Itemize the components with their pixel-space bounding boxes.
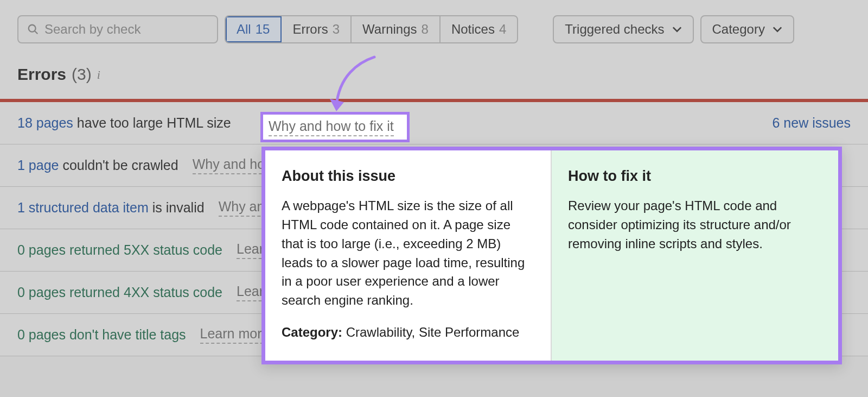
popover-fix-body: Review your page's HTML code and conside… bbox=[568, 197, 822, 253]
issue-text: is invalid bbox=[149, 200, 205, 215]
tab-notices-count: 4 bbox=[499, 22, 506, 37]
popover-category-label: Category: bbox=[282, 325, 342, 339]
issue-link[interactable]: 0 pages don't have title tags bbox=[17, 327, 186, 342]
issue-title[interactable]: 1 page couldn't be crawled bbox=[17, 157, 178, 173]
section-heading: Errors (3) i bbox=[17, 65, 851, 84]
filter-tab-group: All 15 Errors 3 Warnings 8 Notices 4 bbox=[225, 15, 518, 43]
tab-warnings-count: 8 bbox=[422, 22, 429, 37]
issue-title[interactable]: 0 pages don't have title tags bbox=[17, 327, 186, 343]
tab-errors[interactable]: Errors 3 bbox=[282, 16, 352, 42]
svg-marker-2 bbox=[330, 99, 344, 111]
search-placeholder: Search by check bbox=[44, 22, 141, 37]
tab-notices-label: Notices bbox=[451, 22, 495, 37]
popover-about-body: A webpage's HTML size is the size of all… bbox=[282, 197, 534, 310]
tab-all[interactable]: All 15 bbox=[226, 16, 282, 42]
issue-title[interactable]: 1 structured data item is invalid bbox=[17, 200, 205, 216]
popover-about-title: About this issue bbox=[282, 166, 534, 187]
issue-title[interactable]: 18 pages have too large HTML size bbox=[17, 115, 231, 131]
issue-link[interactable]: 1 structured data item bbox=[17, 200, 149, 215]
svg-line-1 bbox=[35, 31, 37, 34]
tab-notices[interactable]: Notices 4 bbox=[441, 16, 517, 42]
tab-all-label: All bbox=[237, 22, 251, 37]
triggered-checks-dropdown[interactable]: Triggered checks bbox=[553, 15, 693, 43]
issue-link[interactable]: 0 pages returned 5XX status code bbox=[17, 242, 222, 257]
popover-category: Category: Crawlability, Site Performance bbox=[282, 323, 534, 342]
issue-title[interactable]: 0 pages returned 4XX status code bbox=[17, 285, 222, 300]
tab-warnings[interactable]: Warnings 8 bbox=[352, 16, 441, 42]
category-dropdown[interactable]: Category bbox=[700, 15, 794, 43]
chevron-down-icon bbox=[773, 26, 782, 33]
search-input[interactable]: Search by check bbox=[17, 15, 218, 43]
issue-link[interactable]: 0 pages returned 4XX status code bbox=[17, 285, 222, 300]
triggered-checks-label: Triggered checks bbox=[565, 22, 664, 37]
annotation-arrow bbox=[320, 54, 385, 119]
section-count: (3) bbox=[72, 65, 92, 84]
popover-category-value: Crawlability, Site Performance bbox=[342, 325, 519, 339]
issue-link[interactable]: 18 pages bbox=[17, 115, 73, 130]
info-icon[interactable]: i bbox=[97, 68, 100, 82]
popover-about-column: About this issue A webpage's HTML size i… bbox=[265, 150, 552, 361]
issue-popover: About this issue A webpage's HTML size i… bbox=[261, 147, 842, 364]
tab-errors-count: 3 bbox=[333, 22, 340, 37]
new-issues-link[interactable]: 6 new issues bbox=[772, 115, 851, 131]
why-and-how-link[interactable]: Why and how to fix it bbox=[269, 118, 394, 136]
issue-link[interactable]: 1 page bbox=[17, 157, 59, 173]
learn-more-link[interactable]: Learn more bbox=[200, 326, 270, 344]
category-label: Category bbox=[712, 22, 765, 37]
issue-row: 18 pages have too large HTML sizeWhy and… bbox=[0, 102, 868, 144]
tab-all-count: 15 bbox=[256, 22, 270, 37]
popover-fix-column: How to fix it Review your page's HTML co… bbox=[552, 150, 838, 361]
section-title: Errors bbox=[17, 65, 66, 84]
tab-warnings-label: Warnings bbox=[362, 22, 417, 37]
tab-errors-label: Errors bbox=[292, 22, 328, 37]
issue-title[interactable]: 0 pages returned 5XX status code bbox=[17, 242, 222, 258]
search-icon bbox=[27, 23, 39, 35]
issue-text: have too large HTML size bbox=[73, 115, 231, 130]
popover-fix-title: How to fix it bbox=[568, 166, 822, 187]
svg-point-0 bbox=[29, 25, 36, 32]
issue-text: couldn't be crawled bbox=[59, 157, 178, 173]
chevron-down-icon bbox=[672, 26, 682, 33]
controls-bar: Search by check All 15 Errors 3 Warnings… bbox=[17, 15, 851, 43]
